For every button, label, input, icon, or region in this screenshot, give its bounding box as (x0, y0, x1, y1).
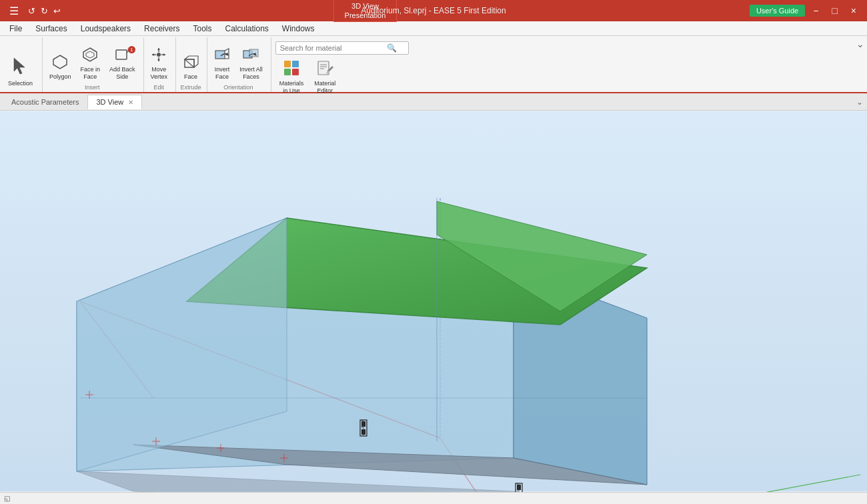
svg-marker-14 (157, 59, 160, 61)
move-vertex-button[interactable]: MoveVertex (147, 45, 172, 83)
add-back-side-button[interactable]: 1 Add BackSide 1 (105, 45, 139, 83)
orientation-label: Orientation (210, 84, 267, 92)
svg-marker-18 (185, 56, 198, 67)
window-title: Auditorium, Sl.eprj - EASE 5 First Editi… (361, 6, 506, 15)
ribbon: Selection Polygon (0, 36, 867, 93)
3d-canvas[interactable] (0, 111, 867, 492)
material-search-input[interactable] (280, 44, 387, 52)
menu-file[interactable]: File (3, 23, 29, 35)
polygon-label: Polygon (49, 73, 71, 81)
invert-face-icon (214, 47, 230, 65)
svg-rect-24 (249, 49, 258, 57)
svg-marker-15 (152, 53, 154, 56)
tab-bar-expand-icon[interactable]: ⌄ (856, 97, 863, 107)
face-in-face-button[interactable]: Face inFace (77, 45, 105, 83)
selection-label: Selection (8, 80, 33, 87)
move-vertex-icon (151, 47, 167, 65)
add-back-side-badge: 1 (128, 46, 135, 53)
tab-bar: Acoustic Parameters 3D View ✕ ⌄ (0, 93, 867, 111)
ribbon-group-edit: MoveVertex Edit (144, 37, 177, 92)
menu-bar: File Surfaces Loudspeakers Receivers Too… (0, 21, 867, 36)
ribbon-group-materials: 🔍 Materialsin Use (271, 37, 866, 92)
polygon-icon (52, 54, 68, 72)
ribbon-group-orientation: InvertFace Invert AllFaces Orientation (207, 37, 271, 92)
undo-icon[interactable]: ↺ (28, 6, 35, 16)
title-bar: ☰ ↺ ↻ ↩ Auditorium, Sl.eprj - EASE 5 Fir… (0, 0, 867, 21)
invert-all-faces-button[interactable]: Invert AllFaces (235, 45, 267, 83)
materials-in-use-label: Materialsin Use (279, 80, 304, 95)
svg-rect-27 (292, 61, 299, 67)
svg-marker-2 (83, 48, 97, 61)
menu-receivers[interactable]: Receivers (137, 23, 186, 35)
svg-rect-21 (215, 51, 225, 59)
title-bar-left: ☰ ↺ ↻ ↩ (5, 3, 61, 19)
3d-scene (0, 111, 867, 492)
app-menu-icon[interactable]: ☰ (5, 3, 23, 19)
svg-rect-29 (292, 69, 299, 75)
svg-marker-1 (53, 55, 67, 69)
svg-marker-3 (86, 51, 94, 58)
menu-calculations[interactable]: Calculations (218, 23, 275, 35)
tab-acoustic-parameters-label: Acoustic Parameters (11, 98, 79, 106)
materials-in-use-button[interactable]: Materialsin Use (275, 57, 308, 97)
status-icon: ◱ (4, 495, 10, 502)
material-editor-label: MaterialEditor (314, 80, 335, 95)
materials-in-use-icon (283, 59, 300, 79)
tab-3d-view[interactable]: 3D View ✕ (87, 95, 142, 109)
menu-windows[interactable]: Windows (275, 23, 321, 35)
ribbon-expand-icon[interactable]: ⌄ (856, 39, 864, 49)
invert-all-faces-label: Invert AllFaces (239, 66, 263, 81)
material-editor-button[interactable]: MaterialEditor (310, 57, 339, 97)
extrude-label: Extrude (179, 84, 203, 92)
tab-3d-view-label: 3D View (96, 98, 123, 106)
ribbon-group-selection: Selection (1, 37, 43, 92)
svg-marker-0 (14, 58, 25, 74)
invert-face-button[interactable]: InvertFace (210, 45, 234, 83)
material-search[interactable]: 🔍 (275, 41, 409, 55)
face-in-face-icon (82, 47, 98, 65)
maximize-button[interactable]: □ (826, 5, 842, 17)
ribbon-group-insert: Polygon Face inFace (43, 37, 144, 92)
polygon-button[interactable]: Polygon (45, 52, 75, 83)
tab-acoustic-parameters[interactable]: Acoustic Parameters (3, 95, 87, 109)
edit-label: Edit (147, 84, 172, 92)
title-bar-controls: User's Guide − □ × (750, 5, 862, 17)
ribbon-group-extrude: Face Extrude (176, 37, 207, 92)
svg-point-8 (157, 53, 161, 57)
add-back-side-label: Add BackSide (109, 66, 135, 81)
redo2-icon[interactable]: ↩ (53, 6, 61, 16)
svg-rect-4 (116, 50, 127, 59)
face-in-face-label: Face inFace (81, 66, 101, 81)
material-editor-icon (316, 59, 333, 79)
menu-tools[interactable]: Tools (186, 23, 218, 35)
selection-icon (11, 57, 30, 79)
face-label: Face (184, 73, 197, 81)
tab-3d-view-close[interactable]: ✕ (128, 99, 133, 106)
minimize-button[interactable]: − (808, 5, 824, 17)
search-icon: 🔍 (387, 43, 397, 53)
svg-rect-26 (284, 61, 291, 67)
move-vertex-label: MoveVertex (151, 66, 168, 81)
svg-marker-16 (163, 53, 165, 56)
selection-button[interactable]: Selection (4, 55, 37, 89)
redo-icon[interactable]: ↻ (41, 6, 48, 16)
close-button[interactable]: × (846, 5, 862, 17)
face-button[interactable]: Face (179, 52, 203, 83)
status-bar: ◱ (0, 492, 867, 504)
svg-rect-28 (284, 69, 291, 75)
invert-face-label: InvertFace (215, 66, 230, 81)
face-icon (183, 54, 199, 72)
menu-surfaces[interactable]: Surfaces (29, 23, 73, 35)
insert-label: Insert (45, 84, 139, 92)
invert-all-faces-icon (243, 47, 259, 65)
svg-marker-13 (157, 48, 160, 50)
users-guide-button[interactable]: User's Guide (750, 5, 805, 17)
menu-loudspeakers[interactable]: Loudspeakers (74, 23, 137, 35)
